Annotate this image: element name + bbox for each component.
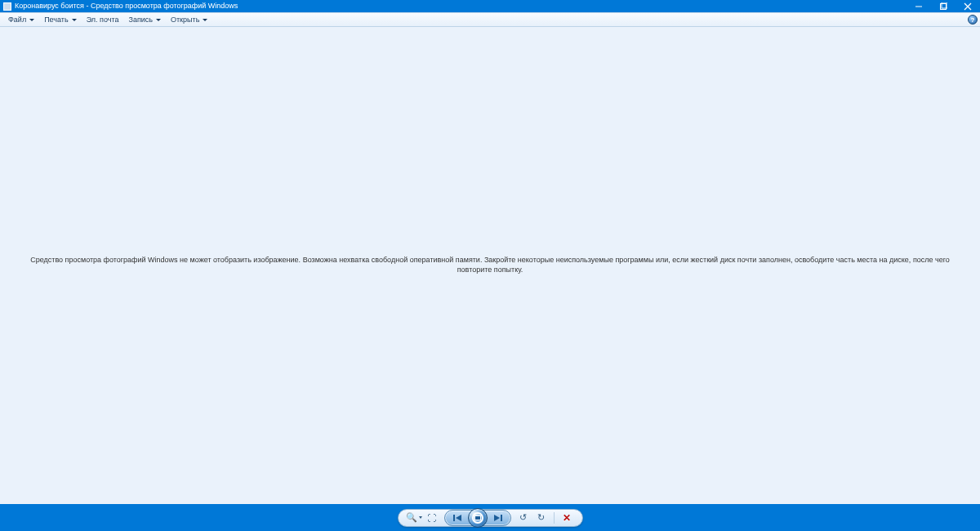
menu-open-label: Открыть: [171, 16, 199, 24]
svg-rect-5: [453, 515, 455, 521]
menu-open[interactable]: Открыть: [166, 13, 212, 26]
menu-burn-label: Запись: [128, 16, 153, 24]
svg-marker-6: [456, 515, 461, 521]
delete-icon: ✕: [563, 512, 571, 524]
menu-email[interactable]: Эл. почта: [82, 13, 124, 26]
previous-icon: [452, 514, 464, 522]
fit-icon: ⛶: [427, 513, 436, 523]
separator: [554, 512, 555, 524]
chevron-down-icon: [29, 19, 34, 21]
next-icon: [492, 514, 503, 522]
app-icon: [3, 2, 11, 11]
close-button[interactable]: [956, 0, 980, 12]
menu-email-label: Эл. почта: [87, 16, 119, 24]
zoom-button[interactable]: 🔍: [405, 511, 423, 525]
svg-marker-7: [494, 515, 500, 521]
zoom-icon: 🔍: [406, 512, 417, 523]
menu-burn[interactable]: Запись: [123, 13, 166, 26]
chevron-down-icon: [419, 516, 422, 519]
menu-file-label: Файл: [8, 16, 26, 24]
image-viewport: Средство просмотра фотографий Windows не…: [0, 27, 980, 504]
maximize-button[interactable]: [931, 0, 956, 12]
toolbar-spacer: [212, 13, 965, 26]
toolbar: Файл Печать Эл. почта Запись Открыть ?: [0, 12, 980, 27]
chevron-down-icon: [203, 19, 207, 21]
control-bar: 🔍 ⛶: [398, 509, 583, 527]
menu-print-label: Печать: [44, 16, 68, 24]
nav-cluster: [444, 510, 511, 526]
previous-button[interactable]: [448, 511, 468, 524]
minimize-button[interactable]: [906, 0, 931, 12]
title-bar: Коронавирус боится - Средство просмотра …: [0, 0, 980, 12]
help-icon: ?: [968, 15, 978, 25]
rotate-ccw-icon: ↺: [519, 512, 527, 523]
slideshow-icon: [472, 512, 483, 524]
fit-button[interactable]: ⛶: [423, 511, 441, 525]
help-button[interactable]: ?: [965, 13, 980, 26]
svg-rect-8: [501, 515, 502, 521]
rotate-ccw-button[interactable]: ↺: [514, 511, 532, 525]
slideshow-button[interactable]: [468, 508, 488, 528]
menu-file[interactable]: Файл: [3, 13, 39, 26]
rotate-cw-icon: ↻: [537, 512, 545, 523]
next-button[interactable]: [488, 511, 507, 524]
footer: 🔍 ⛶: [0, 504, 980, 531]
menu-print[interactable]: Печать: [39, 13, 81, 26]
error-message: Средство просмотра фотографий Windows не…: [16, 256, 964, 274]
rotate-cw-button[interactable]: ↻: [532, 511, 550, 525]
delete-button[interactable]: ✕: [558, 511, 576, 525]
chevron-down-icon: [156, 19, 161, 21]
chevron-down-icon: [72, 19, 77, 21]
window-title: Коронавирус боится - Средство просмотра …: [15, 2, 238, 10]
